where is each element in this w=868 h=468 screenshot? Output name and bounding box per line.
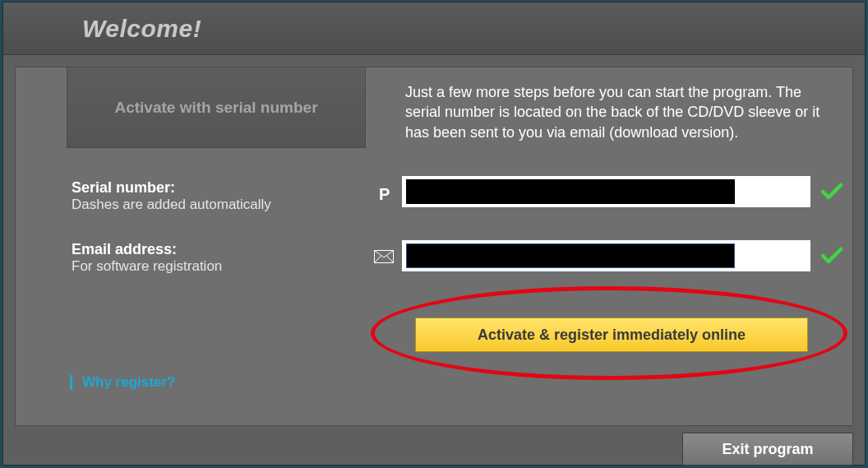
- activate-button-label: Activate & register immediately online: [478, 327, 746, 344]
- content-panel: Activate with serial number Just a few m…: [15, 67, 853, 426]
- serial-prefix: P: [379, 185, 390, 204]
- checkmark-icon: [821, 247, 843, 268]
- why-register-label: Why register?: [82, 374, 175, 391]
- exit-program-button[interactable]: Exit program: [682, 433, 853, 466]
- email-redacted: [406, 243, 735, 268]
- page-title: Welcome!: [82, 15, 201, 43]
- window-header: Welcome!: [3, 2, 865, 55]
- exit-button-label: Exit program: [722, 441, 813, 458]
- serial-redacted: [406, 179, 735, 204]
- serial-label-block: Serial number: Dashes are added automati…: [72, 179, 271, 213]
- link-bar-icon: [70, 375, 72, 390]
- serial-sublabel: Dashes are added automatically: [72, 197, 271, 213]
- tab-activate-serial[interactable]: Activate with serial number: [67, 67, 366, 148]
- serial-label: Serial number:: [72, 179, 271, 197]
- tab-label: Activate with serial number: [114, 99, 317, 117]
- envelope-icon: [374, 250, 394, 266]
- email-label: Email address:: [72, 241, 222, 258]
- why-register-link[interactable]: Why register?: [70, 374, 175, 391]
- activation-window: Welcome! Activate with serial number Jus…: [2, 2, 866, 466]
- checkmark-icon: [821, 183, 843, 204]
- email-label-block: Email address: For software registration: [72, 241, 222, 275]
- activate-register-button[interactable]: Activate & register immediately online: [415, 317, 808, 352]
- email-sublabel: For software registration: [72, 258, 222, 275]
- instruction-text: Just a few more steps before you can sta…: [405, 82, 839, 142]
